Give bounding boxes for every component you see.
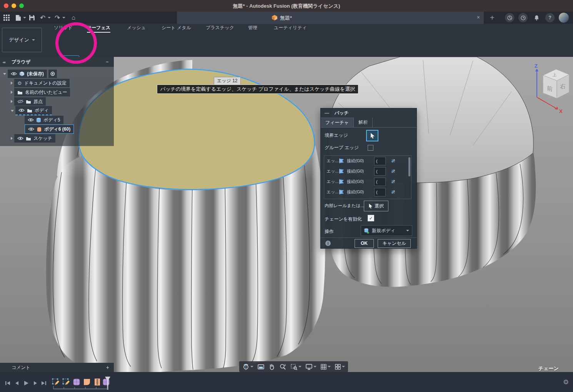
eye-icon[interactable] (11, 72, 17, 76)
dialog-minimize-icon[interactable]: — (325, 110, 329, 116)
eye-icon[interactable] (18, 108, 25, 112)
timeline-feature-patch[interactable] (82, 377, 92, 387)
zoom-window-icon[interactable] (290, 363, 301, 370)
avatar[interactable] (559, 13, 569, 23)
extensions-icon[interactable] (505, 13, 514, 22)
undo-caret[interactable] (48, 17, 51, 18)
close-tab-icon[interactable]: × (477, 14, 480, 20)
new-tab-icon[interactable]: + (490, 13, 495, 22)
chevron-down-icon[interactable] (3, 73, 6, 75)
grid-icon[interactable] (320, 364, 331, 370)
edge-list-row[interactable]: エッ... 接続(G0) ( (324, 156, 411, 166)
help-icon[interactable]: ? (545, 13, 555, 22)
tab-plastic[interactable]: プラスチック (206, 24, 234, 32)
tree-row-sketches[interactable]: スケッチ (11, 134, 55, 143)
timeline-feature-sketch[interactable] (62, 377, 71, 387)
tree-row-document-settings[interactable]: ⚙ ドキュメントの設定 (11, 78, 70, 88)
swap-direction-icon[interactable] (390, 189, 396, 195)
timeline-go-start-button[interactable] (4, 380, 12, 387)
document-tab[interactable]: 無題* × (177, 12, 484, 24)
boundary-select-button[interactable] (366, 130, 378, 141)
operation-dropdown[interactable]: 新規ボディ (361, 225, 412, 236)
flag-icon[interactable] (339, 169, 345, 174)
zoom-icon[interactable]: ± (279, 363, 286, 370)
timeline-feature-sketch[interactable] (51, 377, 60, 387)
chevron-right-icon[interactable] (11, 91, 13, 94)
home-icon[interactable]: ⌂ (69, 13, 78, 22)
save-icon[interactable] (28, 13, 36, 22)
edge-list-scrollbar[interactable] (408, 157, 410, 176)
eye-icon[interactable] (17, 136, 23, 140)
edge-list-row[interactable]: エッ... 接続(G0) ( (324, 176, 411, 187)
orbit-icon[interactable] (242, 363, 253, 370)
ok-button[interactable]: OK (355, 239, 374, 248)
grid-caret[interactable] (328, 366, 331, 367)
viewcube[interactable]: Z X 上 前 右 (532, 61, 573, 118)
weight-input[interactable]: ( (374, 188, 386, 196)
tree-row-origin[interactable]: 原点 (11, 97, 46, 106)
tab-sheetmetal[interactable]: シート メタル (162, 24, 191, 32)
weight-input[interactable]: ( (374, 178, 386, 186)
activate-radio-icon[interactable] (48, 70, 57, 78)
tab-analysis[interactable]: 解析 (354, 118, 373, 127)
pan-icon[interactable] (268, 363, 275, 370)
tree-row-named-views[interactable]: 名前の付いたビュー (11, 88, 70, 97)
timeline-settings-gear-icon[interactable]: ⚙ (563, 378, 569, 386)
timeline-feature-stitch[interactable] (93, 377, 102, 387)
chevron-right-icon[interactable] (11, 137, 13, 140)
group-edge-checkbox[interactable] (368, 145, 373, 151)
flag-icon[interactable] (339, 189, 345, 194)
viewports-caret[interactable] (342, 366, 345, 367)
eye-hidden-icon[interactable] (17, 99, 23, 104)
tree-row-root[interactable]: (未保存) (3, 69, 57, 78)
look-at-icon[interactable] (257, 364, 265, 370)
flag-icon[interactable] (339, 179, 345, 184)
swap-direction-icon[interactable] (390, 158, 396, 164)
timeline-step-back-button[interactable] (13, 380, 21, 387)
notifications-icon[interactable] (532, 13, 541, 22)
info-icon[interactable]: i (325, 241, 331, 246)
edge-list-row[interactable]: エッ... 接続(G0) ( (324, 166, 411, 176)
timeline-step-forward-button[interactable] (32, 380, 39, 387)
minimize-panel-icon[interactable]: − (106, 59, 108, 65)
tree-row-body5[interactable]: ボディ5 (25, 115, 63, 125)
undo-icon[interactable]: ↶ (38, 13, 47, 22)
collapse-panel-icon[interactable]: ◂◂ (2, 60, 5, 64)
display-settings-caret[interactable] (313, 366, 316, 367)
weight-input[interactable]: ( (374, 167, 386, 176)
swap-direction-icon[interactable] (390, 179, 396, 184)
job-status-icon[interactable] (518, 13, 528, 22)
swap-direction-icon[interactable] (390, 168, 396, 174)
workspace-selector[interactable]: デザイン (2, 28, 42, 52)
chain-checkbox[interactable]: ✓ (368, 215, 374, 221)
new-file-icon[interactable] (14, 13, 22, 22)
tab-mesh[interactable]: メッシュ (127, 24, 146, 32)
edge-list-row[interactable]: エッ... 接続(G0) ( (324, 187, 411, 197)
viewports-icon[interactable] (335, 364, 345, 370)
flag-icon[interactable] (339, 158, 345, 163)
comments-panel[interactable]: コメント + (0, 363, 114, 372)
weight-input[interactable]: ( (374, 157, 386, 165)
rails-select-button[interactable]: 選択 (364, 201, 388, 211)
tree-row-bodies[interactable]: ボディ (11, 106, 52, 115)
eye-icon[interactable] (28, 118, 34, 122)
redo-caret[interactable] (62, 17, 65, 18)
chevron-right-icon[interactable] (11, 81, 13, 85)
timeline-go-end-button[interactable] (40, 380, 48, 387)
new-file-caret[interactable] (23, 17, 26, 18)
chevron-right-icon[interactable] (11, 100, 13, 103)
orbit-caret[interactable] (250, 366, 253, 367)
add-comment-icon[interactable]: + (106, 364, 109, 370)
tab-manage[interactable]: 管理 (248, 24, 257, 32)
eye-icon[interactable] (28, 127, 34, 131)
app-grid-icon[interactable] (2, 13, 11, 22)
tab-utilities[interactable]: ユーティリティ (274, 24, 307, 32)
tree-row-body6[interactable]: ボディ6 (60) (25, 125, 74, 134)
display-settings-icon[interactable] (305, 364, 316, 370)
dialog-header[interactable]: — パッチ (321, 108, 416, 118)
viewport-canvas[interactable]: Z X 上 前 右 エッジ 12 パッチの境界を定義するエッジ、スケッチ プロフ… (0, 57, 573, 372)
cancel-button[interactable]: キャンセル (378, 239, 411, 248)
tab-feature[interactable]: フィーチャ (321, 118, 354, 127)
zoom-window-caret[interactable] (298, 366, 301, 367)
chevron-down-icon[interactable] (11, 110, 14, 112)
